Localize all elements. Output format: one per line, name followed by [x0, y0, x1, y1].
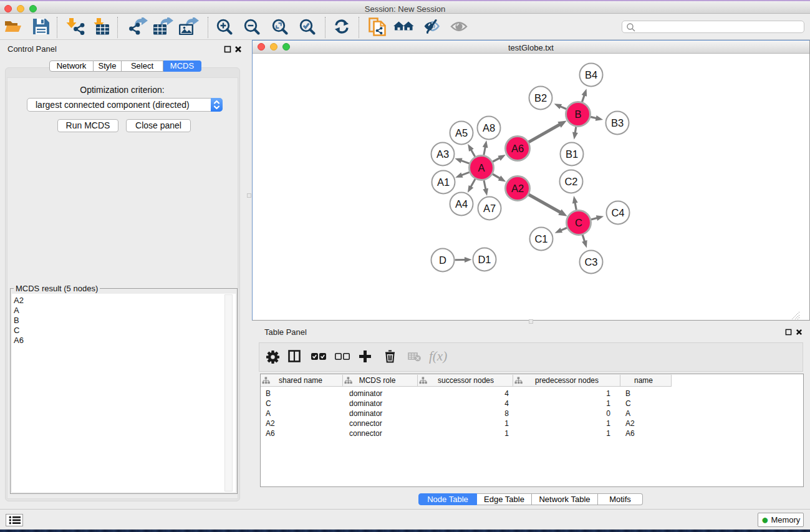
- svg-text:f(x): f(x): [429, 350, 447, 364]
- svg-text:C4: C4: [611, 207, 624, 218]
- svg-text:B1: B1: [566, 148, 578, 160]
- svg-text:A2: A2: [511, 183, 524, 194]
- svg-text:B4: B4: [585, 69, 597, 80]
- svg-text:A6: A6: [511, 143, 524, 154]
- svg-text:A8: A8: [483, 122, 495, 133]
- svg-text:A1: A1: [437, 177, 450, 188]
- svg-text:D1: D1: [478, 254, 491, 265]
- svg-text:C2: C2: [564, 176, 577, 187]
- svg-text:B3: B3: [611, 117, 624, 128]
- svg-text:A: A: [478, 162, 485, 173]
- svg-text:C: C: [575, 217, 582, 228]
- svg-text:A4: A4: [455, 198, 468, 210]
- svg-text:C3: C3: [584, 256, 597, 268]
- svg-text:A3: A3: [436, 148, 449, 160]
- svg-text:A5: A5: [455, 127, 468, 138]
- svg-text:D: D: [439, 254, 446, 266]
- svg-text:B2: B2: [534, 92, 547, 104]
- svg-text:C1: C1: [534, 233, 547, 244]
- svg-text:B: B: [574, 109, 581, 120]
- svg-text:A7: A7: [483, 203, 496, 214]
